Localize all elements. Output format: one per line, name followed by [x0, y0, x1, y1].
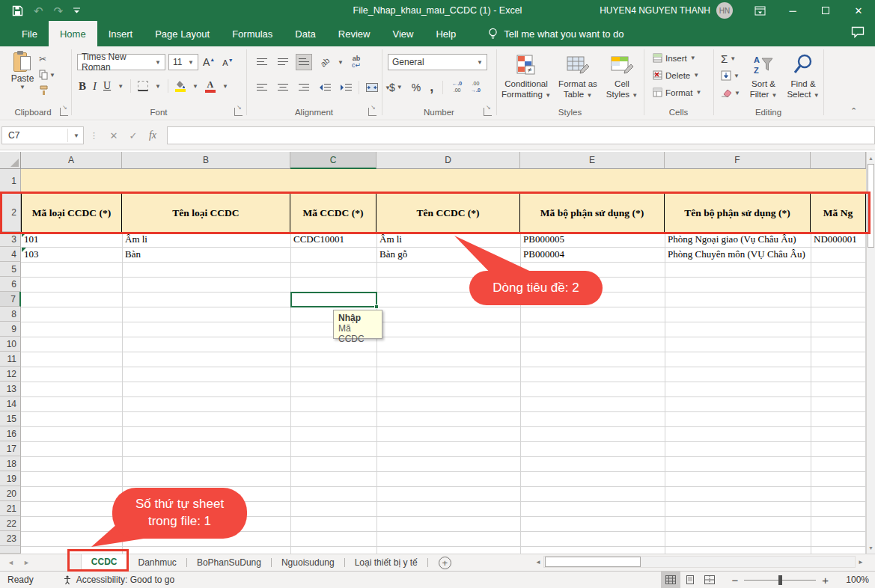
increase-font-icon[interactable]: A▲ — [203, 56, 215, 68]
sheet-tab-bophansudung[interactable]: BoPhanSuDung — [187, 554, 271, 571]
header-cell[interactable]: Tên bộ phận sử dụng (*) — [665, 194, 811, 232]
vertical-scrollbar[interactable]: ▲ ▼ — [866, 152, 875, 554]
comma-icon[interactable]: , — [430, 79, 433, 95]
hscroll-track[interactable] — [543, 556, 856, 568]
prev-sheet-icon[interactable]: ◄ — [7, 559, 14, 566]
number-dialog-launcher[interactable] — [484, 108, 492, 116]
row-header-8[interactable]: 8 — [0, 307, 21, 322]
font-name-select[interactable]: Times New Roman▼ — [77, 54, 165, 70]
bold-button[interactable]: B — [79, 80, 86, 93]
row-header-16[interactable]: 16 — [0, 426, 21, 441]
column-header-partial[interactable] — [811, 152, 866, 169]
header-cell[interactable]: Mã loại CCDC (*) — [21, 194, 122, 232]
row-header-partial[interactable] — [0, 546, 21, 554]
paste-button[interactable]: Paste ▼ — [7, 51, 37, 102]
cell[interactable]: Bàn — [123, 247, 290, 262]
increase-indent-icon[interactable] — [338, 79, 354, 96]
cell[interactable]: 103 — [22, 247, 122, 262]
cell[interactable]: Phòng Ngoại giao (Vụ Châu Âu) — [665, 232, 811, 247]
header-cell[interactable]: Tên loại CCDC — [122, 194, 290, 232]
account-name[interactable]: HUYEN4 NGUYEN THANH — [600, 5, 710, 16]
percent-icon[interactable]: % — [412, 82, 421, 94]
cell[interactable]: Âm li — [377, 232, 520, 247]
ribbon-tab-file[interactable]: File — [10, 21, 49, 46]
row-header-2[interactable]: 2 — [0, 194, 21, 232]
zoom-out-icon[interactable]: − — [731, 574, 738, 587]
cell[interactable]: 101 — [22, 232, 122, 247]
minimize-button[interactable]: ─ — [776, 0, 809, 21]
merge-center-icon[interactable] — [364, 79, 380, 96]
new-sheet-icon[interactable]: + — [439, 557, 451, 569]
decrease-decimal-icon[interactable]: .00→.0 — [471, 81, 481, 94]
row-header-11[interactable]: 11 — [0, 352, 21, 367]
cell[interactable]: Bàn gỗ — [377, 247, 520, 262]
row-header-21[interactable]: 21 — [0, 501, 21, 516]
alignment-dialog-launcher[interactable] — [368, 108, 376, 116]
increase-decimal-icon[interactable]: ←.0.00 — [452, 81, 462, 94]
column-header-A[interactable]: A — [21, 152, 122, 169]
row-header-6[interactable]: 6 — [0, 277, 21, 292]
currency-icon[interactable]: $▼ — [389, 82, 403, 94]
borders-icon[interactable] — [138, 81, 148, 91]
cut-icon[interactable]: ✂ — [39, 54, 55, 64]
maximize-button[interactable] — [809, 0, 842, 21]
row-header-13[interactable]: 13 — [0, 382, 21, 396]
ribbon-display-options-icon[interactable] — [743, 0, 776, 21]
row-header-15[interactable]: 15 — [0, 411, 21, 426]
header-cell[interactable]: Mã CCDC (*) — [290, 194, 376, 232]
cell-styles-button[interactable]: CellStyles ▼ — [603, 51, 641, 100]
sort-filter-button[interactable]: AZ Sort &Filter ▼ — [745, 51, 782, 100]
sheet-tab-nguoisudung[interactable]: Nguoisudung — [272, 554, 344, 571]
ribbon-tab-page-layout[interactable]: Page Layout — [144, 21, 221, 46]
ribbon-tab-review[interactable]: Review — [327, 21, 382, 46]
font-dialog-launcher[interactable] — [234, 108, 243, 116]
collapse-ribbon-icon[interactable]: ⌃ — [850, 106, 857, 116]
align-center-icon[interactable] — [275, 79, 291, 96]
page-break-view-icon[interactable] — [700, 572, 719, 588]
format-as-table-button[interactable]: Format asTable ▼ — [555, 51, 601, 100]
middle-align-icon[interactable] — [275, 54, 291, 70]
cancel-icon[interactable]: ✕ — [104, 126, 124, 144]
horizontal-scroll-thumb[interactable] — [545, 557, 641, 567]
row-header-10[interactable]: 10 — [0, 337, 21, 352]
next-sheet-icon[interactable]: ► — [23, 559, 30, 566]
tell-me-box[interactable]: Tell me what you want to do — [488, 21, 624, 46]
horizontal-scrollbar[interactable]: ◄ ► — [533, 555, 866, 569]
zoom-level[interactable]: 100% — [836, 575, 869, 585]
zoom-slider[interactable] — [744, 580, 816, 581]
bottom-align-icon[interactable] — [296, 54, 312, 70]
format-painter-icon[interactable] — [39, 85, 55, 98]
row-header-18[interactable]: 18 — [0, 456, 21, 471]
page-layout-view-icon[interactable] — [680, 572, 700, 588]
row-header-17[interactable]: 17 — [0, 441, 21, 456]
undo-icon[interactable]: ↶ — [34, 5, 43, 16]
customize-qat-icon[interactable] — [73, 7, 80, 14]
insert-cells-button[interactable]: Insert▼ — [653, 53, 696, 63]
row-header-23[interactable]: 23 — [0, 531, 21, 546]
top-align-icon[interactable] — [254, 54, 270, 70]
autosum-button[interactable]: Σ▼ — [721, 52, 736, 65]
orientation-icon[interactable]: ab — [314, 51, 337, 74]
column-header-D[interactable]: D — [376, 152, 520, 169]
font-size-select[interactable]: 11▼ — [168, 54, 198, 70]
save-icon[interactable] — [12, 5, 23, 16]
enter-icon[interactable]: ✓ — [124, 126, 143, 144]
hscroll-left-icon[interactable]: ◄ — [533, 556, 543, 568]
close-button[interactable]: ✕ — [842, 0, 875, 21]
fill-color-icon[interactable] — [175, 81, 186, 92]
ribbon-tab-help[interactable]: Help — [424, 21, 467, 46]
copy-icon[interactable]: ▼ — [39, 70, 55, 80]
delete-cells-button[interactable]: Delete▼ — [653, 70, 699, 80]
row-header-1[interactable]: 1 — [0, 169, 21, 194]
cell[interactable]: PB000005 — [521, 232, 665, 247]
underline-button[interactable]: U — [103, 80, 111, 92]
column-header-C[interactable]: C — [290, 152, 376, 169]
align-left-icon[interactable] — [254, 79, 270, 96]
accessibility-status[interactable]: Accessibility: Good to go — [62, 575, 174, 585]
comments-icon[interactable] — [851, 26, 865, 38]
header-cell[interactable]: Mã bộ phận sử dụng (*) — [520, 194, 665, 232]
scroll-up-icon[interactable]: ▲ — [867, 153, 875, 163]
row-header-3[interactable]: 3 — [0, 232, 21, 247]
ribbon-tab-insert[interactable]: Insert — [97, 21, 144, 46]
format-cells-button[interactable]: Format▼ — [653, 88, 701, 97]
